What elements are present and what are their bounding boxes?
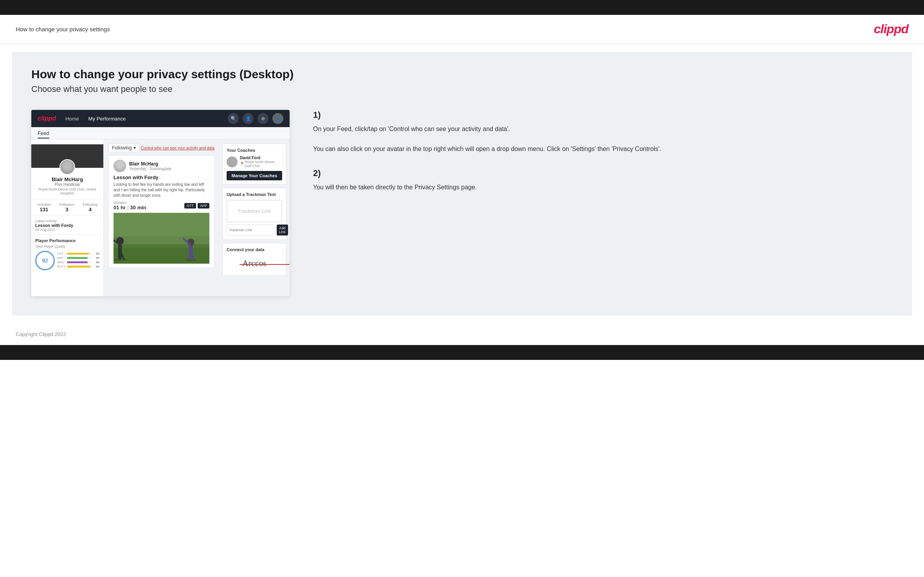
arccos-brand: Arccos	[227, 255, 282, 271]
mock-stats-row: Activities 131 Followers 3 Following 4	[31, 200, 103, 216]
trackman-widget-title: Upload a Trackman Test	[227, 192, 282, 197]
connect-widget: Connect your data Arccos	[222, 243, 286, 276]
mock-post-card: Blair McHarg Yesterday · Sunningdale Les…	[108, 155, 214, 268]
coach-club-text: Royal North Devon Golf Club	[245, 160, 282, 168]
instruction-2-number: 2)	[313, 168, 893, 178]
tpq-row: 92 OTT 90 APP	[35, 251, 99, 270]
metric-arg-bar	[67, 261, 88, 263]
article-title: How to change your privacy settings (Des…	[31, 68, 893, 81]
instruction-2-text: You will then be taken directly to the P…	[313, 182, 893, 192]
metric-putt-bar	[67, 266, 90, 268]
metric-arg-bar-bg	[67, 261, 91, 263]
latest-activity-label: Latest Activity	[35, 219, 99, 223]
mock-profile-header	[31, 144, 103, 168]
manage-coaches-button[interactable]: Manage Your Coaches	[227, 171, 282, 180]
instructions-column: 1) On your Feed, click/tap on 'Control w…	[305, 110, 893, 206]
mock-left-sidebar: Blair McHarg Plus Handicap Royal North D…	[31, 140, 104, 296]
metric-app-val: 85	[92, 256, 99, 260]
avatar-icon: 👤	[272, 113, 283, 124]
avatar	[59, 159, 75, 175]
stat-following-value: 4	[83, 207, 97, 212]
mock-logo-icon: clippd	[38, 115, 56, 122]
add-link-button[interactable]: Add Link	[277, 225, 288, 235]
coach-row: David Ford 📍 Royal North Devon Golf Club	[227, 156, 282, 168]
clippd-logo: clippd	[874, 22, 908, 36]
mock-feed-tab: Feed	[31, 127, 290, 140]
coach-club: 📍 Royal North Devon Golf Club	[240, 160, 282, 168]
content-row: clippd Home My Performance 🔍 👤 ⊕ 👤 Feed	[31, 110, 893, 296]
article-subtitle: Choose what you want people to see	[31, 84, 893, 94]
mock-metrics: OTT 90 APP	[57, 252, 99, 269]
metric-putt-label: PUTT	[57, 265, 66, 268]
mock-post-tags: OTT APP	[184, 203, 209, 209]
metric-putt-bar-bg	[67, 266, 91, 268]
metric-ott: OTT 90	[57, 252, 99, 255]
trackman-link-input[interactable]	[227, 225, 275, 235]
mock-navbar: clippd Home My Performance 🔍 👤 ⊕ 👤	[31, 110, 290, 127]
page-title: How to change your privacy settings	[16, 26, 110, 32]
trackman-widget: Upload a Trackman Test Trackman Link Add…	[222, 188, 286, 240]
instruction-1-number: 1)	[313, 110, 893, 120]
metric-app-label: APP	[57, 256, 66, 260]
metric-app: APP 85	[57, 256, 99, 260]
stat-activities-label: Activities	[37, 203, 51, 207]
golf-scene	[113, 213, 209, 264]
person-icon: 👤	[243, 113, 254, 124]
screenshot-container: clippd Home My Performance 🔍 👤 ⊕ 👤 Feed	[31, 110, 290, 296]
metric-ott-bar	[67, 253, 89, 255]
post-author-info: Blair McHarg Yesterday · Sunningdale	[129, 161, 171, 171]
connect-widget-title: Connect your data	[227, 247, 282, 252]
mock-feed-main: Following ▾ Control who can see your act…	[104, 140, 219, 296]
tpq-circle-chart: 92	[35, 251, 55, 270]
mock-right-sidebar: Your Coaches David Ford 📍 Royal North De…	[219, 140, 290, 296]
coach-name: David Ford	[240, 156, 282, 160]
trackman-link-placeholder: Trackman Link	[227, 200, 282, 222]
stat-activities: Activities 131	[37, 203, 51, 212]
mock-nav-performance: My Performance	[88, 116, 126, 122]
site-footer: Copyright Clippd 2022	[0, 324, 924, 345]
metric-putt: PUTT 96	[57, 265, 99, 268]
trackman-input-row: Add Link	[227, 225, 282, 235]
bottom-bar	[0, 345, 924, 360]
post-author-date: Yesterday · Sunningdale	[129, 167, 171, 171]
mock-post-header: Blair McHarg Yesterday · Sunningdale	[113, 160, 209, 172]
mock-profile-info: Blair McHarg Plus Handicap Royal North D…	[31, 176, 103, 200]
feed-tab-label: Feed	[38, 130, 49, 138]
post-author-avatar	[113, 160, 126, 172]
tag-app: APP	[198, 203, 209, 209]
top-bar	[0, 0, 924, 15]
metric-arg: ARG 86	[57, 261, 99, 264]
following-label: Following	[112, 145, 132, 151]
profile-club: Royal North Devon Golf Club, United King…	[34, 187, 100, 195]
following-dropdown[interactable]: Following ▾	[108, 144, 139, 152]
stat-followers: Followers 3	[59, 203, 74, 212]
coaches-widget-title: Your Coaches	[227, 148, 282, 153]
metric-ott-label: OTT	[57, 252, 66, 255]
coaches-widget: Your Coaches David Ford 📍 Royal North De…	[222, 144, 286, 185]
avatar-image	[60, 160, 74, 174]
stat-followers-label: Followers	[59, 203, 74, 207]
duration-label: Duration	[113, 201, 146, 205]
location-icon: 📍	[240, 162, 244, 166]
latest-activity-date: 03 Aug 2022	[35, 228, 99, 232]
metric-arg-val: 86	[92, 261, 99, 264]
mock-player-performance: Player Performance Total Player Quality …	[31, 235, 103, 273]
post-author-name: Blair McHarg	[129, 161, 171, 167]
red-arrow-line	[240, 264, 290, 265]
metric-putt-val: 96	[92, 265, 99, 268]
mock-following-bar: Following ▾ Control who can see your act…	[108, 144, 214, 152]
mock-latest-activity: Latest Activity Lesson with Fordy 03 Aug…	[31, 216, 103, 235]
stat-following: Following 4	[83, 203, 97, 212]
stat-activities-value: 131	[37, 207, 51, 212]
svg-rect-2	[113, 236, 209, 248]
profile-name: Blair McHarg	[34, 176, 100, 182]
tag-ott: OTT	[184, 203, 196, 209]
instruction-1: 1) On your Feed, click/tap on 'Control w…	[313, 110, 893, 154]
mock-post-image	[113, 213, 209, 264]
profile-handicap: Plus Handicap	[34, 182, 100, 187]
control-privacy-link[interactable]: Control who can see your activity and da…	[141, 146, 214, 150]
mock-nav-home: Home	[65, 116, 79, 122]
stat-followers-value: 3	[59, 207, 74, 212]
post-author-avatar-image	[113, 160, 126, 172]
instruction-1-text: On your Feed, click/tap on 'Control who …	[313, 124, 893, 154]
